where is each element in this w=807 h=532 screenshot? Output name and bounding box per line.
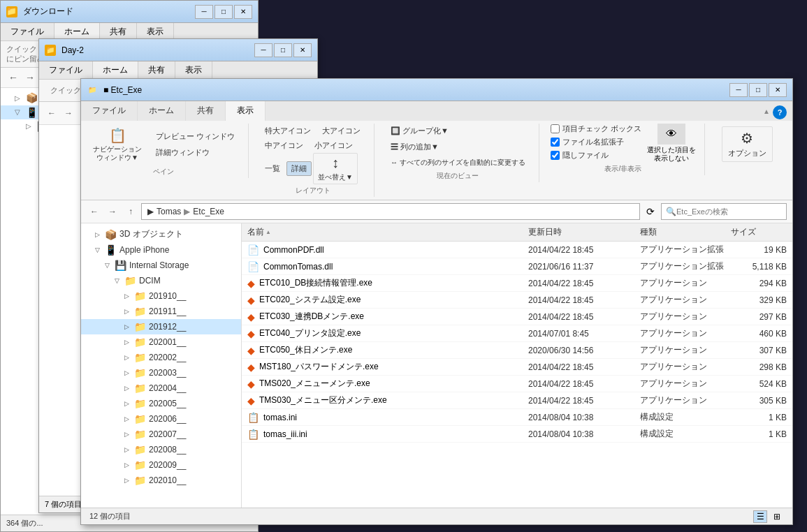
win3-nav-202005[interactable]: ▷ 📁 202005__ — [81, 396, 241, 411]
win3-help-button[interactable]: ? — [773, 105, 787, 119]
win3-detail-view-button[interactable]: ☰ — [753, 510, 767, 523]
win2-tab-view[interactable]: 表示 — [175, 61, 212, 79]
win1-maximize-button[interactable]: □ — [215, 5, 233, 19]
win3-auto-resize-button[interactable]: ↔ すべての列のサイズを自動的に変更する — [386, 156, 530, 170]
win3-search-box[interactable]: 🔍 — [661, 203, 787, 220]
win3-nav-pane: ▷ 📦 3D オブジェクト ▽ 📱 Apple iPhone ▽ 💾 Inter… — [81, 223, 242, 508]
win2-forward-button[interactable]: → — [61, 106, 75, 120]
win3-add-column-button[interactable]: ☰ 列の追加▼ — [386, 140, 530, 154]
win3-view-buttons: 🔲 グループ化▼ ☰ 列の追加▼ ↔ すべての列のサイズを自動的に変更する — [386, 124, 530, 170]
win3-address-arrow-icon: ▶ — [147, 207, 154, 216]
win3-nav-202010[interactable]: ▷ 📁 202010__ — [81, 473, 241, 488]
win3-file-icon-2: ◆ — [247, 278, 255, 289]
win3-header-type[interactable]: 種類 — [640, 226, 731, 238]
win3-nav-201911[interactable]: ▷ 📁 201911__ — [81, 304, 241, 319]
win3-up-button[interactable]: ↑ — [123, 204, 138, 219]
win3-minimize-button[interactable]: ─ — [729, 83, 748, 97]
win3-file-row-11[interactable]: 📋 tomas_iii.ini 2014/08/04 10:38 構成設定 1 … — [242, 426, 792, 443]
win3-hidden-checkbox-label[interactable]: 隠しファイル — [551, 150, 641, 161]
win3-extra-large-icon-button[interactable]: 特大アイコン — [260, 124, 316, 138]
win3-file-row-3[interactable]: ◆ ETC020_システム設定.exe 2014/04/22 18:45 アプリ… — [242, 292, 792, 309]
win3-item-checkbox[interactable] — [551, 124, 560, 133]
win3-icon: 📁 — [87, 84, 98, 96]
win3-header-name[interactable]: 名前 ▲ — [247, 226, 528, 238]
win3-nav-202010-chevron: ▷ — [124, 477, 131, 484]
win3-nav-201912[interactable]: ▷ 📁 201912__ — [81, 319, 241, 334]
win3-sort-icon: ↕ — [332, 155, 339, 171]
win3-nav-202001-chevron: ▷ — [124, 339, 131, 346]
win3-addr-etc: Etc_Exe — [193, 207, 224, 216]
win3-extension-checkbox-label[interactable]: ファイル名拡張子 — [551, 137, 641, 147]
win3-header-size[interactable]: サイズ — [731, 226, 787, 238]
win3-file-row-7[interactable]: ◆ MST180_パスワードメンテ.exe 2014/04/22 18:45 ア… — [242, 359, 792, 376]
win2-tab-share[interactable]: 共有 — [138, 61, 175, 79]
win2-tab-file[interactable]: ファイル — [39, 61, 93, 79]
win3-nav-202008-chevron: ▷ — [124, 446, 131, 453]
win3-grid-view-button[interactable]: ⊞ — [770, 510, 784, 523]
win1-minimize-button[interactable]: ─ — [195, 5, 213, 19]
win3-detail-button[interactable]: 詳細 — [286, 161, 312, 176]
win3-maximize-button[interactable]: □ — [749, 83, 767, 97]
win3-nav-202003[interactable]: ▷ 📁 202003__ — [81, 365, 241, 380]
win3-search-input[interactable] — [676, 207, 767, 216]
win3-nav-dcim[interactable]: ▽ 📁 DCIM — [81, 273, 241, 288]
win3-nav-3d[interactable]: ▷ 📦 3D オブジェクト — [81, 226, 241, 242]
win3-sort-button[interactable]: ↕ 並べ替え▼ — [313, 153, 358, 184]
win3-nav-202008[interactable]: ▷ 📁 202008__ — [81, 442, 241, 457]
win3-file-row-4[interactable]: ◆ ETC030_連携DBメンテ.exe 2014/04/22 18:45 アプ… — [242, 309, 792, 325]
win3-options-button[interactable]: ⚙ オプション — [722, 126, 773, 162]
win1-close-button[interactable]: ✕ — [234, 5, 252, 19]
win3-tab-share[interactable]: 共有 — [186, 101, 226, 121]
win3-nav-202009[interactable]: ▷ 📁 202009__ — [81, 457, 241, 473]
win3-list-button[interactable]: 一覧 — [260, 161, 285, 176]
win1-back-button[interactable]: ← — [6, 71, 20, 84]
win2-close-button[interactable]: ✕ — [293, 43, 312, 57]
win2-minimize-button[interactable]: ─ — [254, 43, 272, 57]
win3-nav-storage[interactable]: ▽ 💾 Internal Storage — [81, 258, 241, 273]
win3-file-row-5[interactable]: ◆ ETC040_プリンタ設定.exe 2014/07/01 8:45 アプリケ… — [242, 325, 792, 342]
win3-large-icon-button[interactable]: 大アイコン — [317, 124, 365, 138]
win3-refresh-button[interactable]: ⟳ — [643, 204, 658, 219]
win3-nav-iphone[interactable]: ▽ 📱 Apple iPhone — [81, 242, 241, 258]
win3-file-row-0[interactable]: 📄 CommonPDF.dll 2014/04/22 18:45 アプリケーショ… — [242, 242, 792, 258]
win3-file-row-9[interactable]: ◆ TMS030_メニュー区分メンテ.exe 2014/04/22 18:45 … — [242, 392, 792, 409]
win3-tab-file[interactable]: ファイル — [81, 101, 138, 121]
win3-file-name-11: tomas_iii.ini — [263, 429, 307, 439]
win3-file-row-6[interactable]: ◆ ETC050_休日メンテ.exe 2020/06/30 14:56 アプリケ… — [242, 342, 792, 359]
win3-hidden-checkbox[interactable] — [551, 151, 560, 160]
win3-nav-202002[interactable]: ▷ 📁 202002__ — [81, 350, 241, 365]
win3-file-row-10[interactable]: 📋 tomas.ini 2014/08/04 10:38 構成設定 1 KB — [242, 409, 792, 426]
win3-hide-selected: 👁 選択した項目を表示しない — [647, 124, 696, 163]
win3-header-type-label: 種類 — [640, 226, 657, 238]
win3-extension-checkbox[interactable] — [551, 138, 560, 147]
win2-tab-home[interactable]: ホーム — [93, 61, 138, 80]
win3-nav-window-button[interactable]: 📋 ナビゲーションウィンドウ▼ — [87, 124, 148, 165]
win3-small-icon-button[interactable]: 小アイコン — [310, 138, 358, 153]
win3-medium-icon-button[interactable]: 中アイコン — [260, 138, 308, 153]
win3-group-by-button[interactable]: 🔲 グループ化▼ — [386, 124, 530, 138]
win2-maximize-button[interactable]: □ — [274, 43, 292, 57]
win3-detail-window-button[interactable]: 詳細ウィンドウ — [151, 145, 240, 160]
win3-nav-201910[interactable]: ▷ 📁 201910__ — [81, 288, 241, 304]
win3-item-checkbox-label[interactable]: 項目チェック ボックス — [551, 124, 641, 134]
win3-tab-home[interactable]: ホーム — [138, 101, 186, 121]
win3-address-box[interactable]: ▶ Tomas ▶ Etc_Exe — [141, 203, 640, 220]
win3-file-type-3: アプリケーション — [640, 294, 731, 306]
win3-preview-window-button[interactable]: プレビュー ウィンドウ — [151, 129, 240, 144]
win3-nav-202001[interactable]: ▷ 📁 202001__ — [81, 334, 241, 350]
win3-file-row-8[interactable]: ◆ TMS020_メニューメンテ.exe 2014/04/22 18:45 アプ… — [242, 376, 792, 392]
win3-forward-button[interactable]: → — [105, 204, 120, 219]
win3-nav-202006[interactable]: ▷ 📁 202006__ — [81, 411, 241, 427]
win3-nav-202004[interactable]: ▷ 📁 202004__ — [81, 380, 241, 396]
win2-back-button[interactable]: ← — [45, 106, 59, 120]
win3-header-date[interactable]: 更新日時 — [528, 226, 640, 238]
win3-tab-view[interactable]: 表示 — [226, 101, 266, 121]
win3-file-row-1[interactable]: 📄 CommonTomas.dll 2021/06/16 11:37 アプリケー… — [242, 258, 792, 275]
win3-nav-202007[interactable]: ▷ 📁 202007__ — [81, 427, 241, 442]
win3-show-group-label: 表示/非表示 — [604, 164, 641, 174]
win3-close-button[interactable]: ✕ — [769, 83, 787, 97]
win1-forward-button[interactable]: → — [23, 71, 37, 84]
win3-file-size-0: 19 KB — [731, 245, 787, 255]
win3-back-button[interactable]: ← — [87, 204, 102, 219]
win3-file-row-2[interactable]: ◆ ETC010_DB接続情報管理.exe 2014/04/22 18:45 ア… — [242, 275, 792, 292]
